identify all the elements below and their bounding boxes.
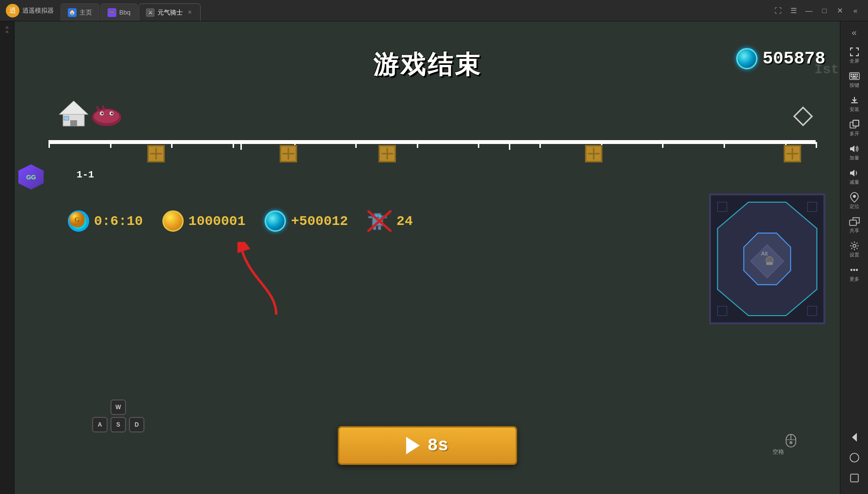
key-s: S bbox=[110, 417, 126, 432]
tab-bbq[interactable]: 🎮 Bbq bbox=[100, 3, 138, 21]
currency-display: 505878 bbox=[736, 48, 825, 69]
install-label: 安装 bbox=[850, 107, 859, 112]
svg-text:G: G bbox=[75, 216, 80, 223]
continue-timer: 8s bbox=[427, 436, 448, 456]
timer-value: 0:6:10 bbox=[94, 214, 143, 229]
blue-orb-icon bbox=[265, 210, 286, 232]
volume-up-label: 加量 bbox=[850, 155, 859, 161]
sidebar-share[interactable]: 共享 bbox=[842, 213, 867, 237]
tab-bbq-icon: 🎮 bbox=[108, 8, 116, 17]
svg-rect-33 bbox=[794, 108, 812, 126]
sidebar-more[interactable]: ••• 更多 bbox=[842, 262, 867, 285]
crate-5 bbox=[784, 145, 801, 162]
mouse-icon bbox=[786, 434, 796, 450]
svg-point-17 bbox=[853, 244, 856, 247]
location-label: 定位 bbox=[850, 204, 859, 209]
tab-bbq-label: Bbq bbox=[119, 9, 130, 16]
svg-text:Alt: Alt bbox=[761, 250, 768, 256]
svg-rect-7 bbox=[856, 76, 858, 77]
keyboard-label: 按键 bbox=[850, 82, 859, 88]
gold-value: 1000001 bbox=[189, 214, 246, 229]
minimize-button[interactable]: — bbox=[802, 4, 816, 17]
currency-orb-icon bbox=[736, 48, 758, 69]
maximize-button[interactable]: □ bbox=[818, 4, 831, 17]
sidebar-multiopen[interactable]: 多开 bbox=[842, 116, 867, 140]
share-label: 共享 bbox=[850, 228, 859, 234]
sidebar-back-nav[interactable] bbox=[842, 429, 867, 446]
tab-yuanqi-icon: ⚔ bbox=[146, 8, 155, 17]
menu-button[interactable]: ☰ bbox=[787, 4, 800, 17]
svg-rect-23 bbox=[70, 120, 77, 126]
settings-label: 设置 bbox=[850, 252, 859, 258]
crate-4 bbox=[585, 145, 602, 162]
sidebar-keyboard[interactable]: 按键 bbox=[842, 68, 867, 91]
multiopen-label: 多开 bbox=[850, 131, 859, 137]
stats-area: 0:6:10 G 1000001 bbox=[68, 210, 699, 232]
svg-rect-2 bbox=[852, 74, 854, 75]
svg-rect-9 bbox=[851, 102, 858, 103]
corner-text: Ist bbox=[815, 62, 839, 77]
tab-yuanqi[interactable]: ⚔ 元气骑士 ✕ bbox=[139, 3, 201, 21]
fullscreen-icon bbox=[849, 47, 860, 57]
diamond-icon bbox=[793, 106, 813, 128]
tab-home-icon: 🏠 bbox=[68, 8, 77, 17]
red-arrow bbox=[237, 242, 300, 321]
svg-rect-3 bbox=[854, 74, 856, 75]
kills-value: 24 bbox=[396, 214, 413, 229]
crate-3 bbox=[379, 145, 396, 162]
sidebar-install[interactable]: 安装 bbox=[842, 92, 867, 115]
volume-down-label: 减量 bbox=[850, 179, 859, 185]
kill-icon bbox=[367, 210, 392, 232]
tab-bar: 🏠 主页 🎮 Bbq ⚔ 元气骑士 ✕ bbox=[60, 0, 765, 21]
sidebar-location[interactable]: 定位 bbox=[842, 189, 867, 212]
app-logo-icon: 逍 bbox=[6, 4, 19, 17]
orb-value: +500012 bbox=[291, 214, 348, 229]
sidebar-fullscreen[interactable]: 全屏 bbox=[842, 44, 867, 67]
game-area: 游戏结束 505878 GG bbox=[15, 21, 840, 494]
svg-marker-14 bbox=[850, 170, 854, 176]
more-icon: ••• bbox=[849, 265, 860, 275]
tab-home-label: 主页 bbox=[79, 8, 92, 17]
settings-icon bbox=[849, 240, 860, 251]
svg-point-19 bbox=[850, 453, 859, 462]
back-button[interactable]: « bbox=[849, 4, 862, 17]
svg-point-15 bbox=[853, 195, 856, 198]
sidebar-home-nav[interactable] bbox=[842, 449, 867, 466]
sidebar-settings[interactable]: 设置 bbox=[842, 238, 867, 261]
sidebar-back-icon[interactable]: « bbox=[842, 25, 867, 40]
expand-button[interactable]: ⛶ bbox=[771, 4, 785, 17]
svg-rect-5 bbox=[851, 76, 852, 77]
sidebar-volume-up[interactable]: 加量 bbox=[842, 141, 867, 164]
continue-button[interactable]: 8s bbox=[338, 426, 517, 465]
tab-close-icon[interactable]: ✕ bbox=[186, 9, 193, 16]
gold-icon: G bbox=[162, 210, 184, 232]
pixel-house bbox=[58, 99, 90, 130]
svg-rect-24 bbox=[64, 116, 69, 120]
spacebar-label: 空格 bbox=[773, 448, 784, 456]
svg-point-67 bbox=[789, 441, 792, 444]
close-button[interactable]: ✕ bbox=[833, 4, 847, 17]
left-item-1: /s/s bbox=[1, 23, 14, 36]
pixel-monster bbox=[87, 103, 126, 131]
crate-2 bbox=[280, 145, 297, 162]
multiopen-icon bbox=[849, 119, 860, 130]
volume-up-icon bbox=[849, 143, 860, 154]
location-icon bbox=[849, 192, 860, 203]
window-controls: ⛶ ☰ — □ ✕ « bbox=[765, 4, 868, 17]
svg-rect-11 bbox=[853, 120, 859, 126]
svg-rect-44 bbox=[379, 215, 381, 217]
svg-rect-8 bbox=[852, 78, 857, 79]
svg-marker-21 bbox=[59, 101, 88, 114]
home-nav-icon bbox=[849, 452, 860, 463]
mini-map-inner: Alt bbox=[711, 195, 823, 322]
sidebar-square-nav[interactable] bbox=[842, 470, 867, 486]
install-icon bbox=[849, 95, 860, 106]
left-sidebar: /s/s bbox=[0, 21, 15, 494]
sidebar-volume-down[interactable]: 减量 bbox=[842, 165, 867, 188]
svg-rect-58 bbox=[766, 262, 773, 265]
fullscreen-label: 全屏 bbox=[850, 58, 859, 64]
svg-rect-6 bbox=[852, 76, 856, 77]
tab-home[interactable]: 🏠 主页 bbox=[61, 3, 99, 21]
key-d: D bbox=[129, 417, 144, 432]
svg-marker-13 bbox=[850, 145, 854, 152]
